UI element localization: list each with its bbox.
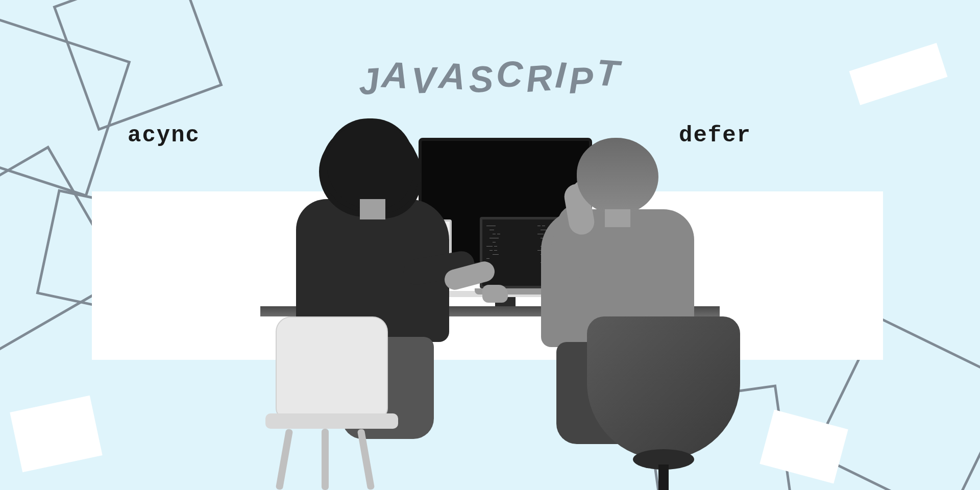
decorative-white-rect: [849, 43, 948, 105]
person-right: [526, 138, 715, 490]
label-async: acync: [128, 122, 200, 148]
main-title: JAVASCRIPT: [358, 56, 622, 98]
chair-right: [572, 316, 745, 490]
chair-left: [255, 316, 398, 490]
illustration-developers-at-desk: ──── ──── ── ─────── ── ───── ──── ── ──…: [260, 122, 720, 490]
person-left: [271, 122, 464, 490]
decorative-white-rect: [10, 396, 102, 473]
